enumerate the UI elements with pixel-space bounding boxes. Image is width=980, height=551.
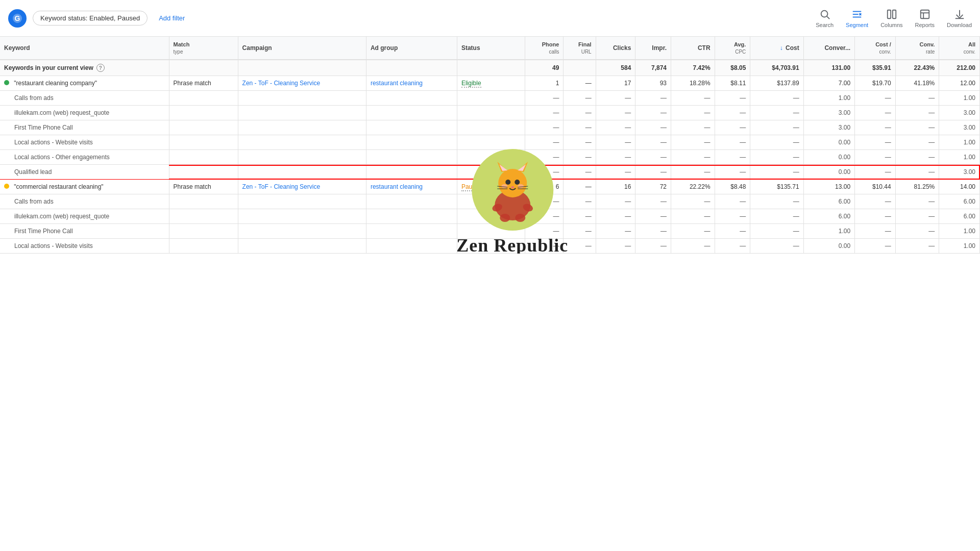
col-header-adgroup: Ad group [366,37,457,60]
toolbar-left: G Keyword status: Enabled, Paused Add fi… [8,9,190,28]
summary-final-url [564,60,596,76]
table-row: First Time Phone Call — — — — — — — 1.00… [0,224,980,239]
search-label: Search [816,22,834,28]
col-header-match: Match type [169,37,238,60]
col-header-avg-cpc: Avg. CPC [715,37,750,60]
table-row: Calls from ads — — — — — — — 1.00 — — 1.… [0,91,980,106]
svg-rect-10 [893,10,896,18]
reports-label: Reports [915,22,935,28]
summary-keyword: Keywords in your current view ? [0,60,169,76]
svg-rect-9 [888,10,891,18]
keyword-status-filter[interactable]: Keyword status: Enabled, Paused [33,11,148,26]
kw2-campaign-link[interactable]: Zen - ToF - Cleaning Service [242,183,321,190]
kw1-adgroup: restaurant cleaning [366,76,457,91]
kw1-campaign: Zen - ToF - Cleaning Service [238,76,366,91]
kw1-match: Phrase match [169,76,238,91]
col-header-clicks: Clicks [596,37,635,60]
summary-cost-conv: $35.91 [855,60,896,76]
kw1-cost: $137.89 [750,76,803,91]
table-header-row: Keyword Match type Campaign Ad group Sta… [0,37,980,60]
info-icon[interactable]: ? [96,64,105,72]
table-row: Calls from ads — — — — — — — 6.00 — — 6.… [0,194,980,209]
sub-keyword: Local actions - Other engagements [0,150,169,165]
kw1-status-badge: Eligible [461,80,481,88]
summary-avg-cpc: $8.05 [715,60,750,76]
summary-conversions: 131.00 [803,60,854,76]
svg-line-3 [827,16,829,19]
kw1-campaign-link[interactable]: Zen - ToF - Cleaning Service [242,80,321,87]
status-dot-yellow [4,184,9,189]
kw2-all-conv: 14.00 [939,180,980,194]
table-row: "restaurant cleaning company" Phrase mat… [0,76,980,91]
table-row: illulekam.com (web) request_quote — — — … [0,209,980,224]
sub-keyword: Local actions - Website visits [0,239,169,254]
kw2-clicks: 16 [596,180,635,194]
kw1-impr: 93 [635,76,671,91]
sort-desc-icon: ↓ [780,44,783,52]
sub-keyword: Calls from ads [0,194,169,209]
sub-keyword: Local actions - Website visits [0,135,169,150]
download-label: Download [947,22,972,28]
columns-action[interactable]: Columns [880,9,902,28]
reports-action[interactable]: Reports [915,9,935,28]
summary-match [169,60,238,76]
col-header-final-url: Final URL [564,37,596,60]
kw2-keyword: "commercial restaurant cleaning" [0,180,169,194]
table-row: Local actions - Website visits — — — — —… [0,239,980,254]
segment-label: Segment [846,22,868,28]
add-filter-button[interactable]: Add filter [154,11,190,25]
columns-label: Columns [880,22,902,28]
kw1-keyword: "restaurant cleaning company" [0,76,169,91]
col-header-conv-rate: Conv. rate [895,37,939,60]
summary-adgroup [366,60,457,76]
sub-keyword: illulekam.com (web) request_quote [0,209,169,224]
kw1-phone-calls: 1 [525,76,564,91]
table-row: "commercial restaurant cleaning" Phrase … [0,180,980,194]
kw1-adgroup-link[interactable]: restaurant cleaning [371,80,423,87]
google-ads-logo: G [8,9,27,28]
table-row: Local actions - Website visits — — — — —… [0,135,980,150]
table-row: illulekam.com (web) request_quote — — — … [0,106,980,120]
kw2-campaign: Zen - ToF - Cleaning Service [238,180,366,194]
toolbar-right: Search Segment Columns Reports Download [816,9,972,28]
sub-keyword: Calls from ads [0,91,169,106]
keywords-table: Keyword Match type Campaign Ad group Sta… [0,37,980,254]
kw1-conversions: 7.00 [803,76,854,91]
search-action[interactable]: Search [816,9,834,28]
col-header-cost-conv: Cost / conv. [855,37,896,60]
table-container: Zen Republic Keyword Match type Campaign… [0,37,980,254]
sub-phone: — [525,91,564,106]
kw2-status-badge: Paused [461,183,482,191]
kw2-conversions: 13.00 [803,180,854,194]
download-action[interactable]: Download [947,9,972,28]
kw2-adgroup-link[interactable]: restaurant cleaning [371,183,423,190]
sub-keyword: First Time Phone Call [0,224,169,239]
col-header-ctr: CTR [671,37,715,60]
svg-point-2 [821,10,827,17]
svg-rect-11 [921,10,929,18]
sub-keyword: First Time Phone Call [0,120,169,135]
kw1-avg-cpc: $8.11 [715,76,750,91]
sub-keyword: Qualified lead [0,165,169,180]
col-header-campaign: Campaign [238,37,366,60]
kw2-status: Paused [457,180,525,194]
kw2-adgroup: restaurant cleaning [366,180,457,194]
kw1-ctr: 18.28% [671,76,715,91]
kw1-status: Eligible [457,76,525,91]
table-row: First Time Phone Call — — — — — — — 3.00… [0,120,980,135]
svg-text:G: G [15,14,20,22]
summary-all-conv: 212.00 [939,60,980,76]
col-header-status: Status [457,37,525,60]
kw1-all-conv: 12.00 [939,76,980,91]
col-header-phone-calls: Phone calls [525,37,564,60]
summary-phone-calls: 49 [525,60,564,76]
toolbar: G Keyword status: Enabled, Paused Add fi… [0,0,980,37]
kw2-avg-cpc: $8.48 [715,180,750,194]
kw2-cost-conv: $10.44 [855,180,896,194]
summary-status [457,60,525,76]
status-dot-green [4,80,9,85]
kw2-conv-rate: 81.25% [895,180,939,194]
segment-action[interactable]: Segment [846,9,868,28]
col-header-all-conv: All conv. [939,37,980,60]
kw2-ctr: 22.22% [671,180,715,194]
